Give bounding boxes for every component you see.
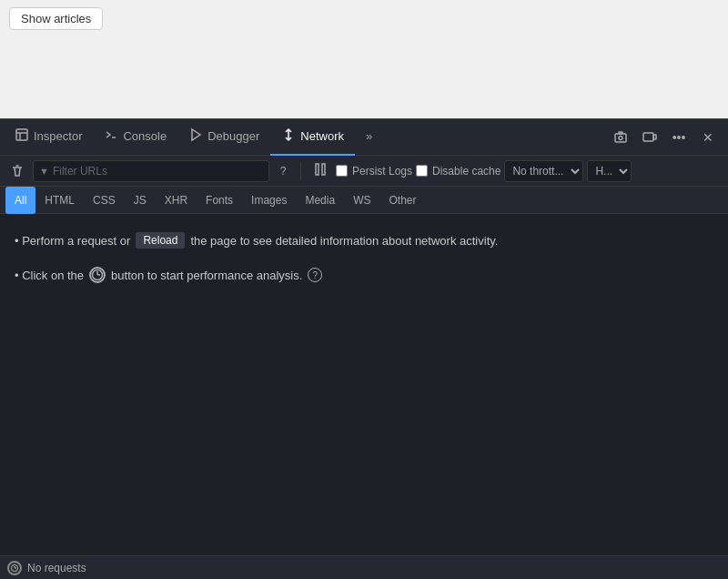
info-line-2-suffix: button to start performance analysis. xyxy=(111,269,302,282)
svg-rect-6 xyxy=(615,134,626,142)
persist-logs-checkbox[interactable] xyxy=(336,165,348,177)
tab-network[interactable]: Network xyxy=(270,119,355,156)
filter-tab-all-label: All xyxy=(15,194,26,207)
tab-console-label: Console xyxy=(123,129,167,143)
network-toolbar: ▼ ? Persist Logs Disable cache No thrott… xyxy=(0,156,728,187)
filter-tab-ws[interactable]: WS xyxy=(344,187,379,214)
svg-rect-12 xyxy=(316,164,318,175)
toolbar-divider xyxy=(300,162,301,180)
tab-debugger[interactable]: Debugger xyxy=(177,119,270,156)
info-line-2-prefix: • Click on the xyxy=(15,269,84,282)
debugger-icon xyxy=(188,127,203,145)
filter-tab-other-label: Other xyxy=(389,194,416,207)
network-main-content: • Perform a request or Reload the page t… xyxy=(0,214,728,555)
screenshot-button[interactable] xyxy=(608,125,633,150)
devtools-tabs: Inspector Console Deb xyxy=(4,119,608,156)
filter-tab-css-label: CSS xyxy=(93,194,116,207)
console-icon xyxy=(104,127,118,145)
filter-tab-css[interactable]: CSS xyxy=(84,187,125,214)
clear-button[interactable] xyxy=(5,159,29,183)
status-text: No requests xyxy=(27,562,86,574)
tab-inspector-label: Inspector xyxy=(34,129,82,143)
filter-tab-images[interactable]: Images xyxy=(242,187,296,214)
devtools-panel: Inspector Console Deb xyxy=(0,118,728,579)
filter-tab-other[interactable]: Other xyxy=(379,187,425,214)
filter-tab-fonts[interactable]: Fonts xyxy=(197,187,242,214)
h-select[interactable]: H... xyxy=(587,160,632,182)
svg-rect-10 xyxy=(653,135,656,139)
more-tabs-label: » xyxy=(366,129,372,143)
responsive-button[interactable] xyxy=(637,125,662,150)
filter-help-button[interactable]: ? xyxy=(273,161,293,181)
tab-inspector[interactable]: Inspector xyxy=(4,119,93,156)
reload-button[interactable]: Reload xyxy=(136,232,185,249)
filter-tab-js-label: JS xyxy=(134,194,147,207)
filter-tab-xhr[interactable]: XHR xyxy=(156,187,197,214)
browser-top: Show articles xyxy=(0,0,728,118)
tab-network-label: Network xyxy=(300,129,344,143)
status-icon xyxy=(7,561,22,575)
throttle-select[interactable]: No thrott... xyxy=(504,160,583,182)
more-options-button[interactable]: ••• xyxy=(666,125,692,150)
persist-logs-label[interactable]: Persist Logs xyxy=(336,165,412,178)
info-line-1-suffix: the page to see detailed information abo… xyxy=(190,234,498,248)
svg-rect-0 xyxy=(16,129,27,140)
filter-tab-ws-label: WS xyxy=(353,194,370,207)
ellipsis-icon: ••• xyxy=(672,130,686,145)
disable-cache-text: Disable cache xyxy=(432,165,500,178)
info-line-1-prefix: • Perform a request or xyxy=(15,234,130,248)
show-articles-button[interactable]: Show articles xyxy=(9,7,103,30)
tab-bar-actions: ••• ✕ xyxy=(608,125,724,150)
svg-rect-9 xyxy=(643,133,653,141)
info-line-2: • Click on the button to start performan… xyxy=(15,267,713,283)
info-line-1: • Perform a request or Reload the page t… xyxy=(15,232,713,249)
filter-tab-all[interactable]: All xyxy=(5,187,35,214)
svg-rect-13 xyxy=(322,164,325,175)
filter-tab-media-label: Media xyxy=(305,194,335,207)
filter-type-tabs: All HTML CSS JS XHR Fonts Images Media W… xyxy=(0,187,728,214)
status-bar: No requests xyxy=(0,555,728,579)
disable-cache-label[interactable]: Disable cache xyxy=(416,165,500,178)
close-icon: ✕ xyxy=(703,130,713,145)
filter-tab-media[interactable]: Media xyxy=(296,187,344,214)
pause-recording-button[interactable] xyxy=(308,161,332,180)
performance-analysis-icon xyxy=(89,267,106,283)
network-icon xyxy=(281,127,296,145)
svg-rect-8 xyxy=(619,132,622,134)
close-devtools-button[interactable]: ✕ xyxy=(695,125,721,150)
filter-tab-images-label: Images xyxy=(251,194,287,207)
filter-tab-html[interactable]: HTML xyxy=(35,187,84,214)
tab-more[interactable]: » xyxy=(355,119,383,156)
filter-url-wrapper: ▼ xyxy=(33,160,269,182)
svg-point-7 xyxy=(619,136,622,139)
tab-debugger-label: Debugger xyxy=(207,129,259,143)
svg-marker-4 xyxy=(192,129,200,140)
inspector-icon xyxy=(15,127,29,145)
filter-icon: ▼ xyxy=(39,166,49,177)
filter-tab-xhr-label: XHR xyxy=(165,194,187,207)
tab-console[interactable]: Console xyxy=(93,119,177,156)
devtools-tab-bar: Inspector Console Deb xyxy=(0,119,728,156)
filter-url-input[interactable] xyxy=(53,165,263,178)
filter-tab-js[interactable]: JS xyxy=(125,187,156,214)
disable-cache-checkbox[interactable] xyxy=(416,165,428,177)
persist-logs-text: Persist Logs xyxy=(352,165,412,178)
performance-help-icon[interactable]: ? xyxy=(308,268,322,282)
filter-tab-fonts-label: Fonts xyxy=(206,194,233,207)
filter-tab-html-label: HTML xyxy=(45,194,75,207)
